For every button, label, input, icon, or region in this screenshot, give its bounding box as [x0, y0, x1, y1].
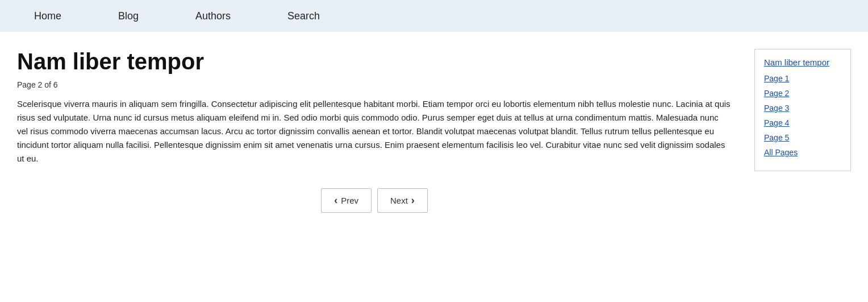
sidebar-link-page2[interactable]: Page 2 — [764, 89, 841, 98]
prev-button[interactable]: Prev — [321, 188, 372, 213]
sidebar-link-page1[interactable]: Page 1 — [764, 74, 841, 83]
sidebar-link-all-pages[interactable]: All Pages — [764, 148, 841, 157]
nav-blog[interactable]: Blog — [107, 1, 150, 31]
sidebar-link-page3[interactable]: Page 3 — [764, 104, 841, 113]
sidebar: Nam liber tempor Page 1 Page 2 Page 3 Pa… — [754, 49, 851, 171]
prev-label: Prev — [341, 196, 358, 205]
main-content: Nam liber tempor Page 2 of 6 Scelerisque… — [17, 49, 732, 213]
sidebar-title[interactable]: Nam liber tempor — [764, 57, 841, 67]
main-nav: Home Blog Authors Search — [0, 0, 868, 32]
page-title: Nam liber tempor — [17, 49, 732, 75]
sidebar-link-page5[interactable]: Page 5 — [764, 133, 841, 142]
nav-authors[interactable]: Authors — [184, 1, 242, 31]
nav-home[interactable]: Home — [23, 1, 73, 31]
nav-search[interactable]: Search — [276, 1, 331, 31]
next-label: Next — [390, 196, 408, 205]
chevron-right-icon — [411, 195, 415, 206]
pagination: Prev Next — [17, 188, 732, 213]
content-wrapper: Nam liber tempor Page 2 of 6 Scelerisque… — [0, 32, 868, 230]
page-info: Page 2 of 6 — [17, 80, 732, 89]
next-button[interactable]: Next — [377, 188, 428, 213]
sidebar-link-page4[interactable]: Page 4 — [764, 118, 841, 127]
chevron-left-icon — [334, 195, 337, 206]
page-body: Scelerisque viverra mauris in aliquam se… — [17, 97, 732, 166]
